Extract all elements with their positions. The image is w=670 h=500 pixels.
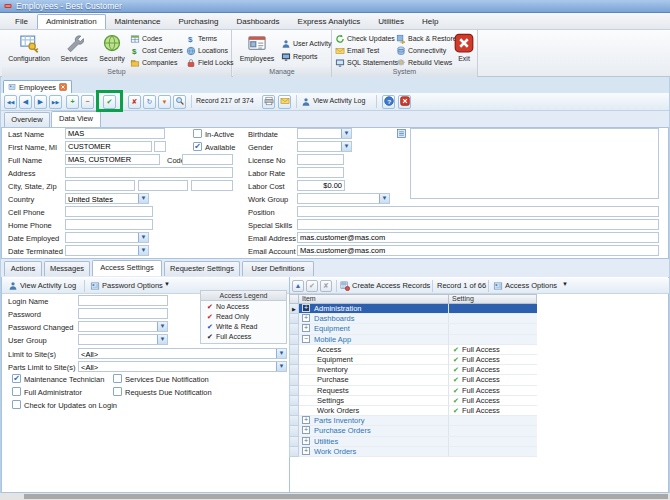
menu-tab-help[interactable]: Help [413, 14, 447, 29]
chevron-down-icon[interactable]: ▼ [341, 142, 351, 151]
access-grid-row-item[interactable]: +Equipment [299, 324, 449, 334]
full-name-input[interactable] [65, 154, 160, 165]
access-grid-row-setting[interactable] [449, 324, 537, 334]
save-record-button[interactable]: ✔ [103, 95, 116, 109]
access-grid-row-setting[interactable]: ✔Full Access [449, 396, 537, 406]
city-input[interactable] [65, 180, 135, 191]
grid-row-selector[interactable] [289, 365, 299, 375]
reports-button[interactable]: Reports [281, 51, 318, 62]
user-activity-button[interactable]: User Activity [281, 38, 332, 49]
available-checkbox[interactable]: ✔ [193, 142, 202, 151]
tab-messages[interactable]: Messages [44, 261, 90, 276]
access-grid-row-setting[interactable] [449, 335, 537, 345]
grid-row-selector[interactable] [289, 426, 299, 436]
view-activity-log-button[interactable]: View Activity Log [20, 281, 76, 290]
access-grid-row-item[interactable]: +Utilities [299, 437, 449, 447]
exit-button[interactable]: Exit [452, 32, 476, 66]
birthdate-dropdown[interactable]: ▼ [297, 128, 352, 139]
services-button[interactable]: Services [56, 32, 92, 66]
grid-row-selector[interactable]: ▶ [289, 304, 299, 314]
close-button[interactable] [398, 95, 411, 109]
access-grid-row-item[interactable]: −Mobile App [299, 335, 449, 345]
cell-phone-input[interactable] [65, 206, 153, 217]
grid-row-selector[interactable] [289, 375, 299, 385]
email-button[interactable] [278, 95, 291, 109]
email-test-button[interactable]: Email Test [335, 45, 379, 56]
access-grid-row-setting[interactable] [449, 304, 537, 314]
notes-icon[interactable] [396, 128, 407, 139]
collapse-node-icon[interactable]: − [302, 335, 310, 343]
access-grid-row-item[interactable]: Inventory [299, 365, 449, 375]
menu-tab-maintenance[interactable]: Maintenance [106, 14, 170, 29]
chevron-down-icon[interactable]: ▼ [138, 246, 148, 255]
gender-dropdown[interactable]: ▼ [297, 141, 352, 152]
chevron-down-icon[interactable]: ▼ [138, 194, 148, 203]
home-phone-input[interactable] [65, 219, 153, 230]
tab-actions[interactable]: Actions [4, 261, 42, 276]
access-grid-row-setting[interactable] [449, 447, 537, 457]
tab-close-icon[interactable] [59, 83, 67, 91]
access-grid-row-setting[interactable]: ✔Full Access [449, 355, 537, 365]
expand-node-icon[interactable]: + [302, 304, 310, 312]
menu-tab-dashboards[interactable]: Dashboards [227, 14, 288, 29]
grid-row-selector[interactable] [289, 314, 299, 324]
access-grid-row-setting[interactable] [449, 416, 537, 426]
state-input[interactable] [138, 180, 188, 191]
chevron-down-icon[interactable]: ▼ [379, 194, 389, 203]
codes-button[interactable]: Codes [130, 33, 162, 44]
license-no-input[interactable] [297, 154, 344, 165]
chevron-down-icon[interactable]: ▼ [138, 233, 148, 242]
collapse-all-button[interactable]: ▲ [292, 280, 304, 292]
next-record-button[interactable]: ▶ [34, 95, 47, 109]
user-group-dropdown[interactable]: ▼ [78, 334, 168, 345]
expand-node-icon[interactable]: + [302, 447, 310, 455]
access-grid-row-item[interactable]: Work Orders [299, 406, 449, 416]
access-grid-row-setting[interactable] [449, 437, 537, 447]
code-input[interactable] [182, 154, 233, 165]
password-changed-dropdown[interactable]: ▼ [78, 321, 168, 332]
grid-row-selector[interactable] [289, 345, 299, 355]
find-button[interactable] [173, 95, 186, 109]
grid-row-selector[interactable] [289, 335, 299, 345]
employees-button[interactable]: Employees [237, 32, 277, 66]
access-grid-row-item[interactable]: +Purchase Orders [299, 426, 449, 436]
print-button[interactable] [262, 95, 275, 109]
menu-tab-file[interactable]: File [6, 14, 37, 29]
chevron-down-icon[interactable]: ▼ [276, 349, 286, 358]
connectivity-button[interactable]: Connectivity [396, 45, 446, 56]
chevron-down-icon[interactable]: ▼ [341, 129, 351, 138]
grid-row-selector[interactable] [289, 406, 299, 416]
last-name-input[interactable] [65, 128, 165, 139]
access-grid-row-item[interactable]: Access [299, 345, 449, 355]
expand-node-icon[interactable]: + [302, 324, 310, 332]
check-updates-button[interactable]: Check Updates [335, 33, 395, 44]
jump-button[interactable]: ▼ [158, 95, 171, 109]
full-administrator-checkbox[interactable] [12, 387, 21, 396]
grid-row-selector[interactable] [289, 355, 299, 365]
grid-row-selector[interactable] [289, 437, 299, 447]
in-active-checkbox[interactable] [193, 129, 202, 138]
email-address-input[interactable] [297, 232, 659, 243]
previous-record-button[interactable]: ◀ [19, 95, 32, 109]
terms-button[interactable]: $Terms [186, 33, 217, 44]
menu-tab-administration[interactable]: Administration [37, 14, 106, 29]
limit-to-sites-dropdown[interactable]: <All>▼ [78, 348, 287, 359]
document-tab-employees[interactable]: Employees [3, 80, 72, 93]
first-record-button[interactable]: ◀◀ [4, 95, 17, 109]
special-skills-input[interactable] [297, 219, 659, 230]
labor-rate-input[interactable] [297, 167, 344, 178]
access-grid-row-item[interactable]: Requests [299, 386, 449, 396]
access-grid-row-item[interactable]: +Work Orders [299, 447, 449, 457]
middle-initial-input[interactable] [154, 141, 166, 152]
chevron-down-icon[interactable]: ▼ [157, 322, 167, 331]
access-grid-row-item[interactable]: Purchase [299, 375, 449, 385]
access-grid-row-item[interactable]: Equipment [299, 355, 449, 365]
delete-record-button[interactable]: − [81, 95, 94, 109]
access-grid-row-setting[interactable]: ✔Full Access [449, 375, 537, 385]
access-options-button[interactable]: Access Options [505, 281, 557, 290]
configuration-button[interactable]: Configuration [4, 32, 54, 66]
country-dropdown[interactable]: United States▼ [65, 193, 149, 204]
access-grid-row-setting[interactable] [449, 314, 537, 324]
zip-input[interactable] [191, 180, 233, 191]
refresh-button[interactable]: ↻ [143, 95, 156, 109]
